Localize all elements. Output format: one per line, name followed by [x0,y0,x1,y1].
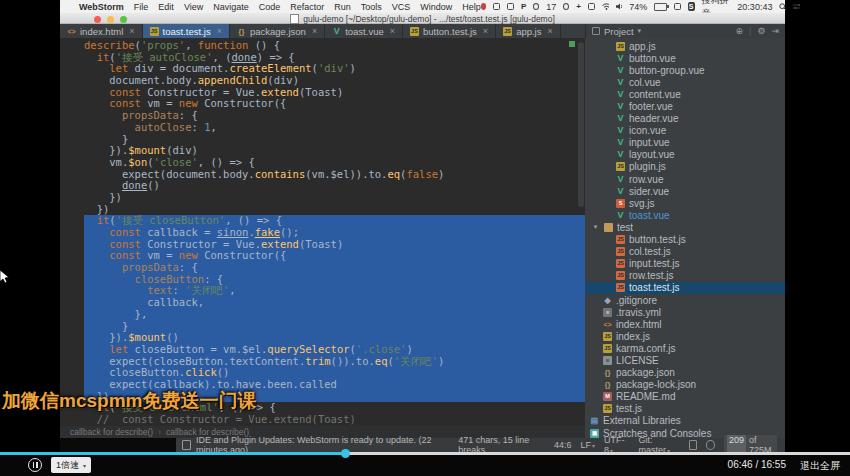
tree-item-index-html[interactable]: <>index.html [585,318,785,330]
menu-edit[interactable]: Edit [158,2,174,12]
tree-item-row-vue[interactable]: Vrow.vue [585,173,785,185]
line-separator-select[interactable]: LF▾ [580,440,595,450]
tree-item-karma-conf-js[interactable]: JSkarma.conf.js [585,342,785,354]
menu-view[interactable]: View [184,2,203,12]
tree-item-icon-vue[interactable]: Vicon.vue [585,125,785,137]
control-center-icon[interactable] [793,3,800,10]
tree-item-test[interactable]: ▾test [585,221,785,233]
close-tab-icon[interactable]: × [217,26,222,36]
tree-item-sider-vue[interactable]: Vsider.vue [585,185,785,197]
code-editor[interactable]: describe('props', function () { it('接受 a… [60,38,585,438]
tree-item-svg-js[interactable]: Ssvg.js [585,197,785,209]
menu-tools[interactable]: Tools [361,2,382,12]
tab-toast-vue[interactable]: Vtoast.vue× [325,24,403,38]
menu-help[interactable]: Help [462,2,481,12]
pause-button[interactable] [28,458,42,472]
close-tab-icon[interactable]: × [390,26,395,36]
tree-item-input-test-js[interactable]: JSinput.test.js [585,258,785,270]
video-progress-bar[interactable] [0,452,850,455]
input-method-icon[interactable]: S [688,2,695,11]
vue-icon: V [616,175,625,184]
progress-knob[interactable] [341,449,350,458]
breadcrumb-item[interactable]: callback for describe() [70,427,153,437]
tree-item-toast-test-js[interactable]: JStoast.test.js [585,282,785,294]
lock-icon[interactable] [689,440,697,450]
spotlight-search-icon[interactable] [779,3,785,11]
cloud-icon[interactable] [533,3,539,10]
code-line-23[interactable]: callback, [84,297,585,309]
tab-button-test-js[interactable]: JSbutton.test.js× [403,24,496,38]
project-panel-header[interactable]: Project ▾ ⊕ | ⚙ ⇥ [585,24,785,38]
close-tab-icon[interactable]: × [312,26,317,36]
tree-item-button-group-vue[interactable]: Vbutton-group.vue [585,64,785,76]
tree-item-col-vue[interactable]: Vcol.vue [585,76,785,88]
code-line-13[interactable]: done() [84,180,585,192]
battery-icon[interactable] [654,3,666,11]
expand-arrow-icon[interactable]: ▾ [591,223,600,231]
tree-item-col-test-js[interactable]: JScol.test.js [585,246,785,258]
tree-item-index-js[interactable]: JSindex.js [585,330,785,342]
menu-window[interactable]: Window [420,2,452,12]
bell-icon[interactable] [563,3,569,10]
caret-position[interactable]: 44:6 [554,440,572,450]
tree-item-button-vue[interactable]: Vbutton.vue [585,52,785,64]
screen-record-icon[interactable] [481,3,487,10]
tree-item-app-js[interactable]: JSapp.js [585,40,785,52]
notifications-icon[interactable] [706,440,715,450]
tree-item-content-vue[interactable]: Vcontent.vue [585,88,785,100]
tree-item-row-test-js[interactable]: JSrow.test.js [585,270,785,282]
menu-run[interactable]: Run [334,2,351,12]
airplay-icon[interactable] [674,3,681,10]
code-line-14[interactable]: }) [84,192,585,204]
tree-item-external-libraries[interactable]: ▤External Libraries [585,415,785,427]
code-line-8[interactable]: autoClose: 1, [84,122,585,134]
menubar-clock[interactable]: 20:30:43 [737,2,772,12]
menu-code[interactable]: Code [259,2,281,12]
keyboard-icon[interactable] [588,3,595,10]
close-tab-icon[interactable]: × [547,26,552,36]
tree-item-travis-yml[interactable]: ≡.travis.yml [585,306,785,318]
tab-app-js[interactable]: JSapp.js× [496,24,561,38]
tree-item-toast-vue[interactable]: Vtoast.vue [585,209,785,221]
update-notification-icon[interactable] [182,440,191,450]
menu-webstorm[interactable]: WebStorm [79,2,124,12]
tree-item-layout-vue[interactable]: Vlayout.vue [585,149,785,161]
display-share-icon[interactable] [493,3,500,10]
tree-item-license[interactable]: ≡LICENSE [585,354,785,366]
menu-vcs[interactable]: VCS [392,2,411,12]
notification-count[interactable]: 17 [546,2,556,12]
settings-gear-icon[interactable]: ⚙ [757,26,765,36]
editor-scrollbar[interactable] [578,42,584,207]
tree-item-footer-vue[interactable]: Vfooter.vue [585,100,785,112]
tab-index-html[interactable]: <>index.html× [60,24,143,38]
tree-item-header-vue[interactable]: Vheader.vue [585,113,785,125]
menu-navigate[interactable]: Navigate [213,2,249,12]
hide-panel-icon[interactable]: ⇥ [771,26,779,36]
tree-item-gitignore[interactable]: ◆.gitignore [585,294,785,306]
tree-item-package-json[interactable]: {}package.json [585,367,785,379]
tree-item-readme-md[interactable]: MREADME.md [585,391,785,403]
code-line-24[interactable]: }, [84,309,585,321]
tab-toast-test-js[interactable]: JStoast.test.js× [143,24,230,38]
grid-icon[interactable] [507,3,514,10]
exit-fullscreen-button[interactable]: 退出全屏 [800,459,840,473]
tree-item-plugin-js[interactable]: JSplugin.js [585,161,785,173]
volume-icon[interactable] [616,3,622,10]
wifi-icon[interactable] [602,3,609,10]
tree-item-test-js[interactable]: JStest.js [585,403,785,415]
tree-item-input-vue[interactable]: Vinput.vue [585,137,785,149]
parallels-icon[interactable]: P [521,2,526,11]
tree-item-package-lock-json[interactable]: {}package-lock.json [585,379,785,391]
close-tab-icon[interactable]: × [483,26,488,36]
tree-item-button-test-js[interactable]: JSbutton.test.js [585,234,785,246]
locate-file-icon[interactable]: ⊕ [735,26,743,36]
chevron-down-icon[interactable]: ▾ [638,27,642,35]
tab-package-json[interactable]: {}package.json× [230,24,325,38]
menu-file[interactable]: File [134,2,149,12]
plus-icon[interactable]: + [576,2,581,11]
menu-refactor[interactable]: Refactor [290,2,324,12]
inspection-status-icon[interactable] [569,41,575,47]
playback-speed-select[interactable]: 1倍速 ▾ [51,457,91,473]
window-titlebar[interactable]: gulu-demo [~/Desktop/gulu-demo] - .../te… [60,13,785,24]
close-tab-icon[interactable]: × [129,26,134,36]
